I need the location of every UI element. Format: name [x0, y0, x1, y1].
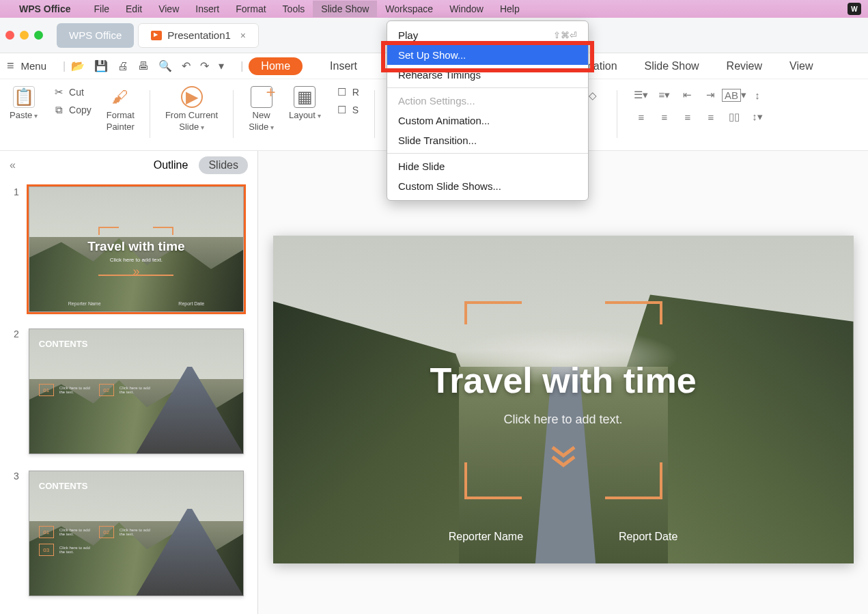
thumb-number: 3 — [14, 471, 22, 482]
from-current-slide-button[interactable]: ▶ From Current Slide — [165, 86, 218, 133]
align-right-icon[interactable]: ≡ — [679, 108, 697, 126]
copy-label: Copy — [69, 104, 92, 115]
section-icon: ☐ — [336, 104, 348, 116]
decrease-indent-icon[interactable]: ⇤ — [679, 86, 697, 104]
app-name[interactable]: WPS Office — [19, 3, 70, 14]
layout-button[interactable]: ▦ Layout — [289, 86, 321, 122]
thumbnail-1[interactable]: Travel with time Click here to add text.… — [29, 186, 244, 312]
undo-icon[interactable]: ↶ — [182, 59, 191, 72]
slide-footer-left[interactable]: Reporter Name — [449, 531, 523, 543]
paste-button[interactable]: 📋 Paste — [10, 86, 38, 122]
format-painter-label: Format Painter — [107, 110, 135, 133]
menu-file[interactable]: File — [85, 1, 117, 17]
new-slide-icon: + — [251, 86, 272, 108]
slides-panel: « Outline Slides 1 Travel with time Clic… — [0, 151, 258, 614]
columns-icon[interactable]: ▯▯ — [725, 108, 743, 126]
tab-wps-home[interactable]: WPS Office — [57, 23, 134, 48]
increase-indent-icon[interactable]: ⇥ — [702, 86, 720, 104]
num-box: 02 — [99, 526, 114, 538]
paragraph-controls: ☰▾ ≡▾ ⇤ ⇥ AB▾ ↕ ≡ ≡ ≡ ≡ ▯▯ ↕▾ — [632, 86, 766, 126]
collapse-panel-icon[interactable]: « — [10, 159, 16, 171]
numbering-icon[interactable]: ≡▾ — [656, 86, 673, 104]
rtab-view[interactable]: View — [789, 60, 813, 72]
maximize-window-icon[interactable] — [34, 31, 43, 40]
print-direct-icon[interactable]: 🖶 — [138, 60, 149, 72]
thumb-footer-left: Reporter Name — [68, 301, 101, 306]
mi-label: Rehearse Timings — [398, 69, 481, 81]
slide-footer-right[interactable]: Report Date — [619, 531, 677, 543]
menu-slide-transition[interactable]: Slide Transition... — [387, 130, 588, 150]
line-spacing-icon[interactable]: ↕▾ — [748, 108, 766, 126]
align-justify-icon[interactable]: ≡ — [702, 108, 720, 126]
cut-button[interactable]: ✂Cut — [53, 86, 92, 98]
menu-slide-show[interactable]: Slide Show — [313, 1, 377, 17]
redo-icon[interactable]: ↷ — [200, 59, 209, 72]
qat-dropdown-icon[interactable]: ▾ — [219, 59, 224, 72]
menu-view[interactable]: View — [150, 1, 187, 17]
tab-file-label: Presentation1 — [167, 29, 231, 41]
wps-tray-icon[interactable]: W — [848, 3, 861, 15]
format-painter-button[interactable]: 🖌 Format Painter — [107, 86, 135, 133]
section-button[interactable]: ☐S — [336, 104, 359, 116]
thumbnail-3[interactable]: CONTENTS 01Click here to add the text.02… — [29, 471, 244, 596]
menu-help[interactable]: Help — [492, 1, 528, 17]
menu-custom-slide-shows[interactable]: Custom Slide Shows... — [387, 176, 588, 196]
menu-tools[interactable]: Tools — [275, 1, 313, 17]
align-center-icon[interactable]: ≡ — [656, 108, 673, 126]
close-window-icon[interactable] — [5, 31, 14, 40]
slide-title[interactable]: Travel with time — [273, 360, 854, 401]
menu-play[interactable]: Play⇧⌘⏎ — [387, 25, 588, 45]
save-icon[interactable]: 💾 — [94, 59, 108, 72]
menu-format[interactable]: Format — [227, 1, 274, 17]
thumb-subtitle: Click here to add text. — [29, 257, 243, 263]
cut-label: Cut — [69, 87, 84, 98]
line-spacing-top-icon[interactable]: ↕ — [748, 86, 766, 104]
thumbnail-list[interactable]: 1 Travel with time Click here to add tex… — [0, 180, 257, 603]
rtab-home[interactable]: Home — [249, 57, 303, 75]
thumbnail-row: 3 CONTENTS 01Click here to add the text.… — [14, 471, 244, 596]
current-slide[interactable]: Travel with time Click here to add text.… — [273, 236, 854, 563]
menu-hide-slide[interactable]: Hide Slide — [387, 156, 588, 176]
menu-workspace[interactable]: Workspace — [377, 1, 441, 17]
new-slide-button[interactable]: + New Slide — [249, 86, 274, 133]
divider — [617, 90, 617, 138]
bullets-icon[interactable]: ☰▾ — [632, 86, 650, 104]
menu-insert[interactable]: Insert — [187, 1, 227, 17]
open-icon[interactable]: 📂 — [71, 59, 85, 72]
preview-icon[interactable]: 🔍 — [158, 59, 172, 72]
layout-label: Layout — [289, 110, 321, 122]
slides-tab[interactable]: Slides — [199, 156, 248, 174]
menu-set-up-show[interactable]: Set Up Show... — [387, 45, 588, 65]
print-icon[interactable]: 🖨 — [117, 60, 128, 72]
divider — [233, 90, 234, 138]
menu-window[interactable]: Window — [441, 1, 492, 17]
content-area: « Outline Slides 1 Travel with time Clic… — [0, 151, 868, 614]
copy-button[interactable]: ⧉Copy — [53, 104, 92, 116]
tab-presentation[interactable]: Presentation1 × — [138, 23, 259, 48]
reset-button[interactable]: ☐R — [336, 86, 359, 98]
mi-label: Set Up Show... — [398, 49, 466, 61]
text-direction-icon[interactable]: AB▾ — [725, 86, 743, 104]
thumbnail-2[interactable]: CONTENTS 01Click here to add the text.02… — [29, 329, 244, 454]
align-left-icon[interactable]: ≡ — [632, 108, 650, 126]
slide-show-menu: Play⇧⌘⏎ Set Up Show... Rehearse Timings … — [387, 20, 589, 201]
thumbnail-row: 2 CONTENTS 01Click here to add the text.… — [14, 329, 244, 454]
outline-tab[interactable]: Outline — [154, 159, 188, 171]
menu-edit[interactable]: Edit — [117, 1, 150, 17]
divider: | — [240, 60, 243, 72]
rtab-slide-show[interactable]: Slide Show — [645, 60, 699, 72]
rtab-insert[interactable]: Insert — [330, 60, 357, 72]
box-text: Click here to add the text. — [59, 546, 94, 554]
menu-custom-animation[interactable]: Custom Animation... — [387, 111, 588, 130]
slide-subtitle[interactable]: Click here to add text. — [273, 413, 854, 427]
slide-preview[interactable]: Travel with time Click here to add text.… — [258, 151, 868, 614]
hamburger-icon[interactable]: ≡ — [7, 59, 14, 73]
menu-button[interactable]: Menu — [21, 60, 47, 72]
menu-rehearse-timings[interactable]: Rehearse Timings — [387, 65, 588, 85]
rtab-review[interactable]: Review — [727, 60, 762, 72]
tab-close-icon[interactable]: × — [240, 30, 246, 41]
mi-label: Custom Slide Shows... — [398, 180, 501, 192]
minimize-window-icon[interactable] — [20, 31, 29, 40]
mi-label: Slide Transition... — [398, 135, 477, 146]
menu-action-settings: Action Settings... — [387, 91, 588, 111]
